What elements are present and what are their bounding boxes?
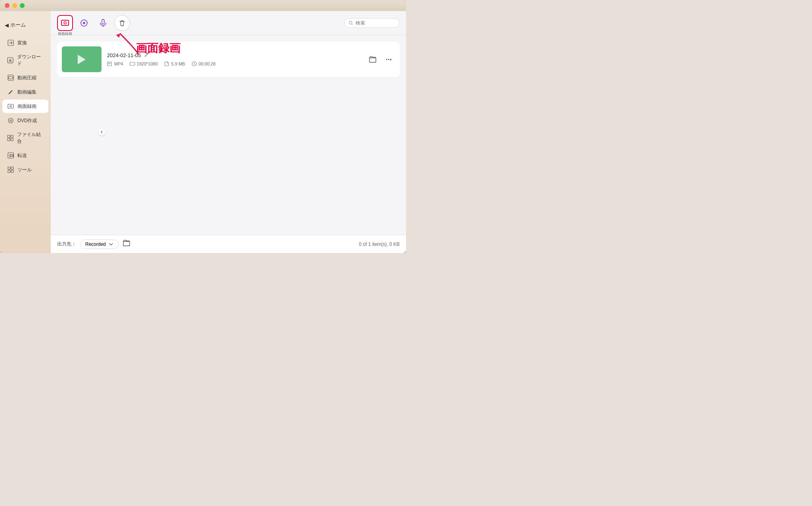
more-options-button[interactable] [382,53,395,66]
format-value: MP4 [114,61,123,66]
title-bar [0,0,406,11]
convert-icon [7,39,14,46]
svg-rect-21 [61,20,69,25]
format-icon [107,61,113,67]
svg-rect-16 [8,170,10,172]
sidebar-item-transfer[interactable]: ⓵⓶ 転送 [2,149,48,162]
svg-point-24 [83,22,85,24]
duration-value: 00:00:28 [199,61,216,66]
bottom-bar: 出力先： Recorded 0 of 1 item(s), 0 KB [51,235,406,253]
back-label: ホーム [10,21,26,29]
video-title-row: 2024-02-11-05 [107,52,361,59]
svg-rect-8 [8,135,10,138]
sidebar-item-convert[interactable]: 変換 [2,36,48,50]
svg-rect-11 [11,138,13,141]
sidebar-item-compress[interactable]: 動画圧縮 [2,71,48,84]
delete-button[interactable] [114,15,130,31]
svg-rect-28 [147,53,148,54]
svg-rect-3 [9,77,13,79]
tools-label: ツール [17,167,32,173]
svg-rect-30 [130,62,135,65]
svg-point-5 [10,105,11,107]
video-info: 2024-02-11-05 [107,52,361,67]
search-icon [349,20,353,26]
sidebar-item-record[interactable]: 画面録画 [2,100,48,113]
svg-rect-25 [102,19,104,24]
svg-rect-10 [8,138,10,141]
svg-rect-15 [11,167,13,169]
transfer-icon: ⓵⓶ [7,152,14,159]
resolution-value: 1920*1080 [137,61,158,66]
minimize-button[interactable] [12,3,17,8]
video-actions [366,53,395,66]
collapse-sidebar-button[interactable] [98,128,105,136]
sidebar-item-tools[interactable]: ツール [2,163,48,176]
convert-label: 変換 [17,40,27,46]
resolution-icon [130,61,135,67]
video-thumbnail[interactable] [62,46,102,72]
video-title: 2024-02-11-05 [107,52,141,58]
toolbar: 画面録画 [51,11,406,35]
sidebar: ◀ ホーム 変換 ダウンロー [0,11,51,253]
svg-rect-17 [11,170,13,172]
record-icon [7,103,14,110]
sidebar-item-download[interactable]: ダウンロード [2,50,48,70]
tab-screen-record[interactable]: 画面録画 [57,15,73,31]
transfer-label: 転送 [17,152,27,159]
main-content: 画面録画 [51,11,406,253]
sidebar-item-dvd[interactable]: DVD作成 [2,114,48,127]
svg-point-22 [64,22,66,24]
tab-audio[interactable] [95,15,111,31]
svg-text:⓵⓶: ⓵⓶ [9,154,14,157]
item-count: 0 of 1 item(s), 0 KB [359,242,400,247]
download-icon [7,57,14,64]
svg-rect-14 [8,167,10,169]
size-value: 5.9 MB [171,61,185,66]
svg-rect-4 [8,104,13,108]
compress-icon [7,74,14,81]
video-card: 2024-02-11-05 [57,42,400,77]
search-box[interactable] [344,18,400,28]
video-meta: MP4 1920*1080 [107,61,361,67]
meta-format: MP4 [107,61,123,67]
open-folder-button[interactable] [366,53,379,66]
back-chevron-icon: ◀ [5,22,9,28]
sidebar-item-edit[interactable]: 動画編集 [2,85,48,99]
record-label: 画面録画 [17,103,36,110]
close-button[interactable] [5,3,10,8]
merge-label: ファイル結合 [17,131,44,145]
toolbar-right [344,18,400,28]
tools-icon [7,166,14,173]
output-folder-button[interactable] [123,239,130,249]
output-select-wrapper[interactable]: Recorded [80,240,119,249]
download-label: ダウンロード [17,54,44,67]
app-body: ◀ ホーム 変換 ダウンロー [0,11,406,253]
output-select[interactable]: Recorded [85,242,106,247]
svg-point-32 [386,59,387,60]
edit-icon [7,88,14,96]
merge-icon [7,134,14,142]
size-icon [164,61,170,67]
sidebar-item-merge[interactable]: ファイル結合 [2,128,48,148]
content-area: 2024-02-11-05 [51,35,406,235]
edit-label: 動画編集 [17,89,36,96]
svg-point-33 [388,59,389,60]
search-input[interactable] [356,20,395,26]
meta-resolution: 1920*1080 [130,61,158,67]
dvd-icon [7,117,14,124]
svg-point-7 [10,120,11,121]
back-button[interactable]: ◀ ホーム [0,19,51,31]
chevron-down-icon [109,242,113,247]
video-rename-icon[interactable] [144,52,149,59]
output-label: 出力先： [57,241,76,247]
meta-duration: 00:00:28 [192,61,216,67]
dvd-label: DVD作成 [17,117,37,124]
svg-point-6 [8,118,13,123]
tab-screen-label: 画面録画 [58,31,72,36]
duration-icon [192,61,197,67]
play-icon [78,55,86,64]
meta-size: 5.9 MB [164,61,185,67]
tab-webcam[interactable] [76,15,92,31]
svg-rect-9 [11,135,13,138]
maximize-button[interactable] [20,3,25,8]
